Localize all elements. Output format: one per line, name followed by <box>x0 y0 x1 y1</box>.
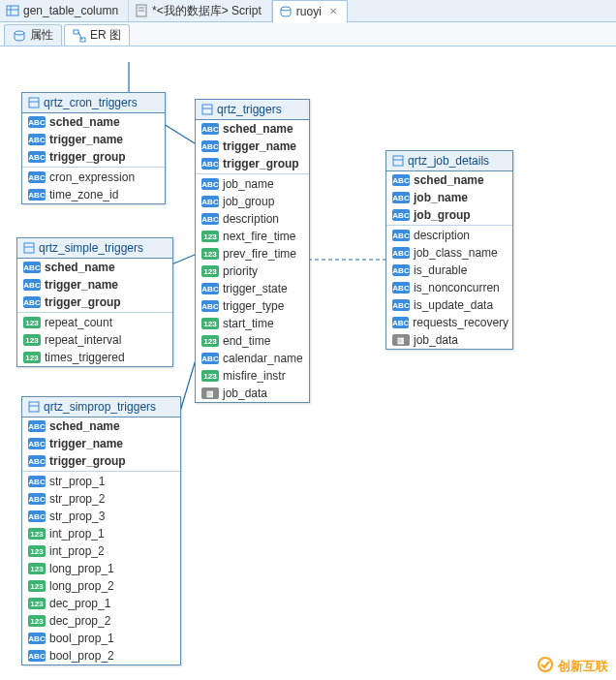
type-badge-abc: ABC <box>28 476 46 487</box>
type-badge-abc: ABC <box>392 230 410 241</box>
svg-rect-19 <box>393 156 403 166</box>
entity-qrtz-triggers[interactable]: qrtz_triggers ABCsched_name ABCtrigger_n… <box>195 99 310 403</box>
type-badge-abc: ABC <box>392 299 410 311</box>
svg-rect-13 <box>24 243 34 253</box>
type-badge-123: 123 <box>28 563 46 574</box>
column-name: long_prop_2 <box>49 579 114 593</box>
tab-label: *<我的数据库> Script <box>152 3 262 19</box>
column-row: ▥job_data <box>196 385 309 402</box>
column-name: bool_prop_1 <box>49 632 114 645</box>
type-badge-bin: ▥ <box>392 334 410 346</box>
column-name: sched_name <box>223 122 293 136</box>
entity-qrtz-cron-triggers[interactable]: qrtz_cron_triggers ABCsched_name ABCtrig… <box>21 92 166 204</box>
close-icon[interactable]: ✕ <box>329 6 337 16</box>
tab-ruoyi[interactable]: ruoyi ✕ <box>272 0 348 23</box>
column-name: str_prop_1 <box>49 475 105 488</box>
svg-point-7 <box>15 31 24 35</box>
column-row: 123int_prop_2 <box>22 542 180 560</box>
type-badge-abc: ABC <box>28 171 46 183</box>
column-name: calendar_name <box>223 352 303 365</box>
column-row: ABCjob_name <box>196 175 309 193</box>
column-name: dec_prop_1 <box>49 597 110 610</box>
column-row: ABCsched_name <box>22 417 180 435</box>
type-badge-abc: ABC <box>392 209 410 221</box>
column-name: start_time <box>223 317 274 330</box>
column-name: long_prop_1 <box>49 562 114 575</box>
column-name: job_name <box>223 177 274 191</box>
type-badge-123: 123 <box>201 231 219 242</box>
type-badge-123: 123 <box>28 598 46 609</box>
column-name: trigger_group <box>223 157 299 170</box>
column-name: job_name <box>414 191 468 204</box>
column-name: times_triggered <box>45 351 125 364</box>
column-name: job_class_name <box>414 246 498 260</box>
column-row: ABCrequests_recovery <box>386 314 512 331</box>
column-row: ABCtrigger_group <box>196 155 309 172</box>
column-name: cron_expression <box>49 170 135 184</box>
column-row: ABCis_update_data <box>386 296 512 314</box>
column-name: bool_prop_2 <box>49 649 114 663</box>
subtab-er-diagram[interactable]: ER 图 <box>64 24 130 46</box>
column-row: ABCjob_group <box>386 206 512 224</box>
column-row: ABCdescription <box>196 210 309 228</box>
column-row: ABCcalendar_name <box>196 350 309 367</box>
type-badge-abc: ABC <box>28 510 46 522</box>
er-canvas[interactable]: qrtz_cron_triggers ABCsched_name ABCtrig… <box>0 46 616 680</box>
type-badge-abc: ABC <box>392 247 410 259</box>
type-badge-abc: ABC <box>28 116 46 128</box>
column-row: ABCstr_prop_3 <box>22 508 180 525</box>
column-row: 123long_prop_2 <box>22 577 180 595</box>
column-row: ABCjob_group <box>196 193 309 210</box>
column-name: int_prop_1 <box>49 527 105 541</box>
type-badge-123: 123 <box>201 370 219 382</box>
column-name: str_prop_3 <box>49 510 105 523</box>
sub-tabbar: 属性 ER 图 <box>0 22 616 46</box>
column-row: ABCjob_name <box>386 189 512 206</box>
column-row: ABCtrigger_name <box>196 138 309 155</box>
entity-columns: ABCsched_name ABCtrigger_name ABCtrigger… <box>17 259 172 366</box>
column-row: ABCstr_prop_2 <box>22 490 180 508</box>
entity-qrtz-simprop-triggers[interactable]: qrtz_simprop_triggers ABCsched_name ABCt… <box>21 396 181 665</box>
column-row: ABCcron_expression <box>22 169 165 186</box>
entity-title: qrtz_cron_triggers <box>44 96 138 109</box>
entity-title: qrtz_simprop_triggers <box>44 400 156 414</box>
type-badge-abc: ABC <box>201 300 219 312</box>
type-badge-abc: ABC <box>392 264 410 276</box>
column-row: 123repeat_interval <box>17 331 172 349</box>
table-icon <box>201 104 213 115</box>
entity-columns: ABCsched_name ABCtrigger_name ABCtrigger… <box>22 113 165 203</box>
entity-qrtz-simple-triggers[interactable]: qrtz_simple_triggers ABCsched_name ABCtr… <box>16 237 173 367</box>
subtab-properties[interactable]: 属性 <box>4 24 62 46</box>
column-row: ABCtrigger_name <box>22 131 165 148</box>
type-badge-abc: ABC <box>28 455 46 467</box>
column-row: 123repeat_count <box>17 314 172 331</box>
entity-qrtz-job-details[interactable]: qrtz_job_details ABCsched_name ABCjob_na… <box>385 150 513 350</box>
column-row: ABCdescription <box>386 227 512 244</box>
entity-title: qrtz_job_details <box>408 154 489 168</box>
type-badge-abc: ABC <box>28 438 46 449</box>
entity-header: qrtz_triggers <box>196 100 309 120</box>
column-name: end_time <box>223 334 270 348</box>
tab-gen-table-column[interactable]: gen_table_column <box>0 0 129 21</box>
type-badge-abc: ABC <box>23 262 41 273</box>
column-row: ABCtrigger_group <box>22 452 180 470</box>
column-name: is_update_data <box>414 298 493 312</box>
type-badge-bin: ▥ <box>201 387 219 399</box>
column-name: trigger_name <box>45 278 118 292</box>
svg-point-6 <box>281 7 291 11</box>
column-row: 123misfire_instr <box>196 367 309 385</box>
logo-icon <box>537 656 554 676</box>
type-badge-abc: ABC <box>201 178 219 190</box>
svg-point-21 <box>539 658 552 671</box>
type-badge-abc: ABC <box>392 282 410 294</box>
type-badge-123: 123 <box>28 580 46 592</box>
tab-script[interactable]: *<我的数据库> Script <box>129 0 272 21</box>
type-badge-abc: ABC <box>201 123 219 135</box>
column-name: description <box>414 229 470 242</box>
column-name: job_data <box>223 386 267 400</box>
column-row: ABCtrigger_name <box>17 276 172 294</box>
column-name: prev_fire_time <box>223 247 296 261</box>
column-name: misfire_instr <box>223 369 286 383</box>
type-badge-abc: ABC <box>201 140 219 152</box>
column-row: ABCtrigger_state <box>196 280 309 297</box>
